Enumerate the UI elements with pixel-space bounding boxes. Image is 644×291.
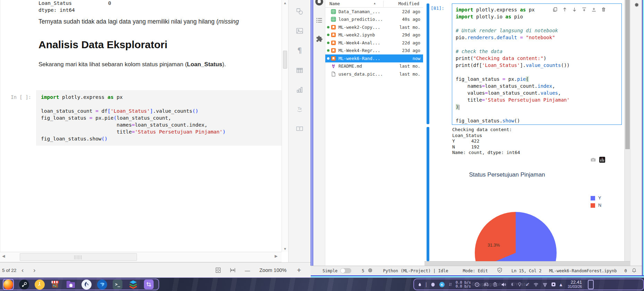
wolf-browser-taskbar-icon[interactable]: [81, 279, 92, 290]
wifi-tray-icon[interactable]: [533, 282, 539, 287]
file-row[interactable]: ML-week2.ipynb29d ago: [325, 31, 423, 39]
notebook-output-text: Loan_Status 0 dtype: int64: [38, 0, 111, 14]
tray-app-tray-icon[interactable]: [551, 282, 556, 287]
table-icon[interactable]: [296, 67, 303, 74]
document-page[interactable]: Loan_Status 0 dtype: int64 Ternyata suda…: [0, 0, 282, 252]
sort-ascending-icon[interactable]: ▲: [374, 2, 376, 5]
file-row[interactable]: ML-week6-Rand...now: [325, 54, 423, 62]
legend-item[interactable]: Y: [591, 196, 601, 200]
bell-icon[interactable]: [632, 268, 637, 274]
layers-taskbar-icon[interactable]: [128, 279, 139, 290]
paragraph-icon[interactable]: ¶: [297, 46, 302, 55]
scroll-down-icon[interactable]: ▼: [282, 247, 288, 251]
legend-item[interactable]: N: [591, 203, 601, 208]
delete-cell-icon[interactable]: [601, 7, 606, 12]
shield-check-icon[interactable]: [497, 267, 503, 274]
vertical-scroll-thumb[interactable]: [283, 51, 287, 69]
file-row[interactable]: Data_Tanaman_...22d ago: [325, 8, 423, 16]
notebook-file-icon: [331, 25, 336, 30]
volume-tray-icon[interactable]: [501, 282, 507, 287]
kernel-status[interactable]: Python (ML-Project) | Idle: [383, 268, 448, 273]
scroll-up-icon[interactable]: ▲: [282, 1, 288, 5]
plotly-logo-icon[interactable]: [599, 157, 605, 164]
column-divider[interactable]: [383, 1, 384, 7]
terminal-taskbar-icon[interactable]: >_: [112, 279, 123, 290]
modified-column-header[interactable]: Modified: [398, 1, 419, 6]
notebook-horizontal-scrollbar[interactable]: [424, 261, 630, 266]
steam-taskbar-icon[interactable]: [18, 279, 29, 290]
chart-icon[interactable]: [296, 86, 303, 94]
water-drop-tray-icon[interactable]: [418, 282, 422, 287]
file-row[interactable]: ML-Week4-Regr...23d ago: [325, 47, 423, 55]
notebook-scroll-thumb[interactable]: [625, 0, 630, 149]
sessions-count[interactable]: 5: [362, 268, 364, 273]
zoom-in-button[interactable]: +: [297, 263, 301, 278]
jupyterlab-right-sidebar: [630, 0, 642, 266]
name-column-header[interactable]: Name: [329, 1, 340, 6]
text-box-icon[interactable]: [296, 125, 303, 132]
stop-circle-icon[interactable]: [315, 0, 324, 8]
clock-widget[interactable]: 22.4131/03/26: [568, 280, 582, 289]
chart-legend[interactable]: YN: [591, 196, 601, 208]
image-icon[interactable]: [296, 27, 303, 35]
document-horizontal-scrollbar[interactable]: ◀ ▶: [0, 252, 282, 262]
document-vertical-scrollbar[interactable]: ▲ ▼: [282, 0, 288, 252]
cursor-position[interactable]: Ln 15, Col 2: [512, 268, 542, 273]
zoom-out-button[interactable]: —: [245, 263, 250, 278]
kde-logo-tray-icon[interactable]: K: [439, 282, 445, 288]
output-collapser[interactable]: [427, 127, 429, 261]
file-row[interactable]: ML-week2-Copy...last mo.: [325, 23, 423, 31]
v-logo-tray-icon[interactable]: [542, 282, 548, 287]
clock-alert-tray-icon[interactable]: [474, 282, 480, 287]
fit-page-button[interactable]: [215, 263, 221, 278]
show-desktop-button[interactable]: [588, 280, 594, 289]
ellipse-tray-icon[interactable]: [430, 282, 436, 287]
file-row[interactable]: users_data.pic...last mo.: [325, 70, 423, 78]
net-arrows-tray-icon[interactable]: [448, 282, 452, 287]
section-heading: Analisis Data Eksploratori: [38, 39, 168, 51]
horizontal-scroll-thumb[interactable]: [20, 253, 137, 261]
notifications-count[interactable]: 0: [624, 268, 627, 273]
code-line: [456, 41, 618, 48]
insert-below-icon[interactable]: [591, 7, 596, 12]
extensions-puzzle-icon[interactable]: [315, 35, 323, 44]
night-light-tray-icon[interactable]: [517, 282, 522, 287]
text-art-icon[interactable]: Ta: [296, 105, 303, 113]
expand-arrow-tray-icon[interactable]: ▲: [559, 283, 562, 286]
clipboard-tray-icon[interactable]: [493, 282, 497, 287]
checkmark-tray-icon[interactable]: ✓: [525, 281, 530, 288]
active-code-cell[interactable]: import plotly.express as pximport plotly…: [452, 3, 622, 125]
file-row[interactable]: ML-Week4-Anal...22d ago: [325, 39, 423, 47]
move-up-icon[interactable]: [562, 7, 567, 12]
file-row[interactable]: MREADME.mdlast mo.: [325, 62, 423, 70]
pie-chart[interactable]: [475, 212, 557, 261]
table-of-contents-icon[interactable]: [316, 17, 323, 25]
duplicate-cell-icon[interactable]: [552, 7, 558, 12]
move-down-icon[interactable]: [572, 7, 577, 12]
notebook-vertical-scrollbar[interactable]: [624, 0, 630, 261]
shape-gallery-icon[interactable]: [296, 8, 303, 15]
code-line: pio.renderers.default = "notebook": [456, 34, 618, 41]
prev-page-button[interactable]: ‹: [22, 263, 24, 278]
next-page-button[interactable]: ›: [33, 263, 35, 278]
file-row[interactable]: loan_predictio...40s ago: [325, 16, 423, 24]
bluetooth-tray-icon[interactable]: [510, 282, 514, 287]
zoom-level-label[interactable]: Zoom 100%: [259, 263, 286, 278]
firefox-taskbar-icon[interactable]: [3, 279, 14, 290]
file-manager-taskbar-icon[interactable]: [65, 279, 76, 290]
cell-collapser[interactable]: [427, 3, 429, 124]
scroll-right-icon[interactable]: ▶: [275, 254, 277, 258]
scroll-left-icon[interactable]: ◀: [2, 254, 5, 258]
screenshot-taskbar-icon[interactable]: [143, 279, 154, 290]
insert-above-icon[interactable]: [582, 7, 587, 12]
property-inspector-gear-icon[interactable]: [633, 2, 639, 266]
lutris-taskbar-icon[interactable]: [34, 279, 45, 290]
kernel-chip-icon[interactable]: [368, 268, 373, 274]
fit-width-button[interactable]: [230, 263, 236, 278]
simple-mode-toggle[interactable]: [340, 268, 351, 273]
camera-icon[interactable]: [590, 157, 596, 164]
app-store-taskbar-icon[interactable]: [50, 279, 61, 290]
code-line: import plotly.io as pio: [456, 13, 618, 20]
game-controller-tray-icon[interactable]: [483, 282, 489, 287]
thunderbird-taskbar-icon[interactable]: [96, 279, 108, 290]
